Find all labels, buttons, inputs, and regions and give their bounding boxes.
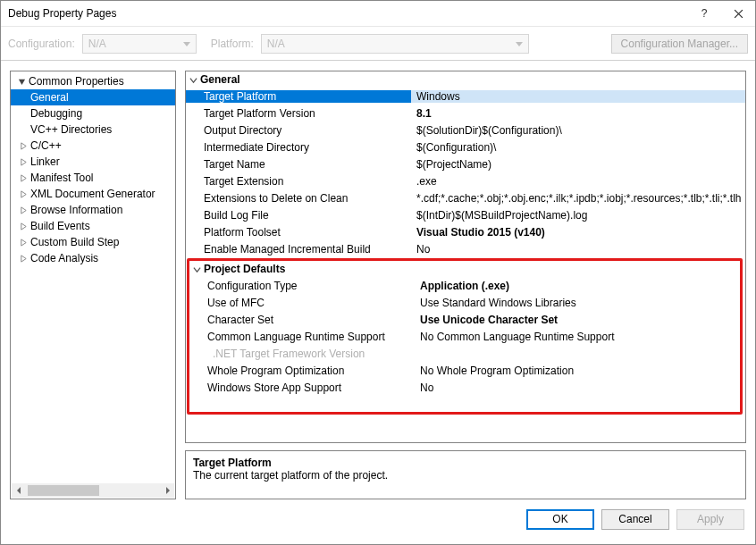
config-strip: Configuration: N/A Platform: N/A Configu… (1, 27, 755, 61)
collapse-icon (189, 265, 204, 273)
property-name: Target Platform Version (186, 107, 411, 120)
property-value[interactable]: No (415, 382, 740, 394)
tree-item[interactable]: Debugging (11, 105, 175, 122)
property-row[interactable]: Target Extension.exe (186, 172, 745, 189)
property-name: Target Extension (186, 175, 411, 188)
tree-item[interactable]: Code Analysis (11, 250, 175, 266)
tree-item[interactable]: VC++ Directories (11, 122, 175, 138)
property-grid[interactable]: General Target PlatformWindowsTarget Pla… (185, 71, 746, 443)
help-button[interactable]: ? (687, 1, 721, 27)
tree-item[interactable]: Browse Information (11, 202, 175, 218)
window-title: Debug Property Pages (8, 7, 687, 20)
expand-icon (18, 239, 29, 247)
property-value[interactable]: .exe (411, 175, 745, 188)
property-value[interactable]: No Whole Program Optimization (415, 365, 740, 377)
property-row[interactable]: Extensions to Delete on Clean*.cdf;*.cac… (186, 189, 745, 206)
property-value[interactable]: Use Standard Windows Libraries (415, 297, 740, 309)
configuration-label: Configuration: (8, 38, 77, 50)
property-value[interactable]: No (411, 243, 745, 256)
collapse-icon (186, 76, 200, 84)
tree-item-label: C/C++ (30, 139, 62, 152)
property-row[interactable]: Enable Managed Incremental BuildNo (186, 240, 745, 257)
configuration-combo: N/A (82, 34, 197, 54)
section-project-defaults[interactable]: Project Defaults (189, 261, 740, 277)
property-row[interactable]: Windows Store App SupportNo (189, 379, 740, 396)
property-row[interactable]: Platform ToolsetVisual Studio 2015 (v140… (186, 223, 745, 240)
property-name: Target Name (186, 158, 411, 171)
scroll-right-button[interactable] (160, 483, 174, 498)
apply-button: Apply (676, 509, 744, 530)
property-name: Configuration Type (189, 280, 415, 292)
property-row[interactable]: Target PlatformWindows (186, 88, 745, 105)
property-row[interactable]: Output Directory$(SolutionDir)$(Configur… (186, 122, 745, 138)
property-value[interactable]: $(IntDir)$(MSBuildProjectName).log (411, 209, 745, 222)
property-value[interactable]: *.cdf;*.cache;*.obj;*.obj.enc;*.ilk;*.ip… (411, 192, 745, 205)
tree-item[interactable]: General (11, 89, 175, 105)
tree-item-label: Manifest Tool (30, 172, 93, 184)
property-value[interactable]: Use Unicode Character Set (415, 314, 740, 326)
property-row[interactable]: Whole Program OptimizationNo Whole Progr… (189, 362, 740, 379)
property-name: .NET Target Framework Version (189, 348, 415, 360)
close-button[interactable] (721, 1, 755, 27)
property-row[interactable]: Target Platform Version8.1 (186, 105, 745, 122)
expand-icon (18, 206, 29, 214)
expand-icon (18, 190, 29, 198)
expand-icon (18, 222, 29, 231)
scroll-left-button[interactable] (12, 483, 26, 498)
tree-item-label: Build Events (30, 220, 90, 232)
tree-item[interactable]: C/C++ (11, 138, 175, 154)
property-value[interactable]: Visual Studio 2015 (v140) (411, 226, 745, 239)
cancel-button[interactable]: Cancel (601, 509, 669, 530)
property-row[interactable]: Build Log File$(IntDir)$(MSBuildProjectN… (186, 206, 745, 223)
property-name: Windows Store App Support (189, 382, 415, 394)
property-value[interactable]: $(SolutionDir)$(Configuration)\ (411, 124, 745, 137)
section-general-title: General (200, 73, 240, 86)
property-row[interactable]: Use of MFCUse Standard Windows Libraries (189, 294, 740, 311)
property-value[interactable]: $(ProjectName) (411, 158, 745, 171)
collapse-icon (16, 78, 27, 86)
property-row[interactable]: Target Name$(ProjectName) (186, 155, 745, 172)
chevron-left-icon (16, 487, 22, 494)
description-panel: Target Platform The current target platf… (185, 450, 746, 499)
title-bar: Debug Property Pages ? (1, 1, 755, 27)
property-value[interactable]: No Common Language Runtime Support (415, 331, 740, 343)
property-value[interactable]: 8.1 (411, 107, 745, 120)
property-row[interactable]: .NET Target Framework Version (189, 345, 740, 362)
property-name: Output Directory (186, 124, 411, 137)
tree-item-label: Debugging (30, 107, 82, 120)
property-value[interactable]: Application (.exe) (415, 280, 740, 292)
ok-button[interactable]: OK (526, 509, 594, 530)
platform-label: Platform: (211, 38, 256, 50)
property-value[interactable]: Windows (411, 90, 745, 103)
expand-icon (18, 158, 29, 166)
tree-item[interactable]: Custom Build Step (11, 234, 175, 250)
description-title: Target Platform (193, 457, 738, 469)
expand-icon (18, 142, 29, 150)
tree-item[interactable]: Build Events (11, 218, 175, 234)
scroll-track[interactable] (26, 483, 160, 498)
chevron-right-icon (164, 487, 171, 494)
tree-item[interactable]: Manifest Tool (11, 170, 175, 186)
property-value[interactable]: $(Configuration)\ (411, 141, 745, 154)
tree-item[interactable]: Linker (11, 154, 175, 170)
tree-root-common-properties[interactable]: Common Properties (11, 73, 175, 89)
platform-combo: N/A (261, 34, 529, 54)
tree-item[interactable]: XML Document Generator (11, 186, 175, 202)
property-row[interactable]: Intermediate Directory$(Configuration)\ (186, 138, 745, 155)
tree-item-label: Browse Information (30, 204, 122, 216)
tree-item-label: VC++ Directories (30, 123, 112, 136)
tree-horizontal-scrollbar[interactable] (12, 483, 174, 498)
dialog-footer: OK Cancel Apply (1, 499, 755, 544)
property-name: Platform Toolset (186, 226, 411, 239)
property-row[interactable]: Character SetUse Unicode Character Set (189, 311, 740, 328)
property-name: Intermediate Directory (186, 141, 411, 154)
expand-icon (18, 174, 29, 182)
property-name: Extensions to Delete on Clean (186, 192, 411, 205)
section-general[interactable]: General (186, 71, 745, 88)
property-row[interactable]: Common Language Runtime SupportNo Common… (189, 328, 740, 345)
configuration-manager-button: Configuration Manager... (611, 34, 748, 54)
nav-tree[interactable]: Common Properties GeneralDebuggingVC++ D… (10, 71, 176, 499)
property-row[interactable]: Configuration TypeApplication (.exe) (189, 277, 740, 294)
scroll-thumb[interactable] (28, 485, 99, 496)
tree-item-label: Code Analysis (30, 252, 98, 264)
